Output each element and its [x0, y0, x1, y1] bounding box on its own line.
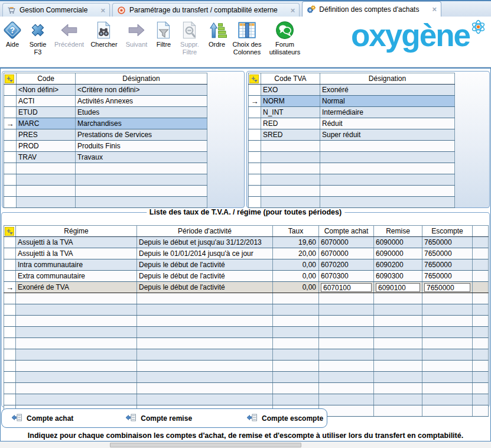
- row-gutter[interactable]: [4, 152, 17, 163]
- tab-parametrage-du-transfert-comptabilite-externe[interactable]: Paramétrage du transfert / comptabilité …: [112, 3, 300, 17]
- table-row[interactable]: N_INTIntermédiaire: [249, 107, 455, 118]
- column-header-compte-achat[interactable]: Compte achat: [319, 226, 374, 237]
- close-icon[interactable]: ×: [100, 6, 105, 15]
- grid-cell[interactable]: 6090100: [374, 282, 422, 293]
- row-gutter[interactable]: [4, 248, 16, 259]
- table-row[interactable]: <Non défini><Critère non défini>: [4, 85, 207, 96]
- table-row[interactable]: SREDSuper réduit: [249, 129, 455, 141]
- table-row[interactable]: REDRéduit: [249, 118, 455, 129]
- table-row[interactable]: ETUDEtudes: [4, 107, 207, 118]
- row-gutter[interactable]: [4, 259, 16, 271]
- table-row[interactable]: EXOExonéré: [249, 85, 455, 96]
- grid-cell[interactable]: ETUD: [17, 107, 76, 118]
- column-header-escompte[interactable]: Escompte: [422, 226, 473, 237]
- chercher-button[interactable]: Chercher: [87, 18, 121, 48]
- add-row-icon[interactable]: +: [249, 74, 259, 83]
- grid-cell[interactable]: Etudes: [76, 107, 207, 118]
- row-gutter[interactable]: →: [249, 96, 261, 107]
- grid-cell[interactable]: ACTI: [17, 96, 76, 107]
- grid-cell[interactable]: PROD: [17, 141, 76, 152]
- table-row[interactable]: TRAVTravaux: [4, 152, 207, 163]
- grid-cell[interactable]: NORM: [261, 96, 320, 107]
- column-header-regime[interactable]: Régime: [16, 226, 137, 237]
- grid-cell[interactable]: 6090000: [374, 237, 422, 248]
- row-gutter[interactable]: [4, 237, 16, 248]
- grid-cell[interactable]: Exonéré de TVA: [16, 282, 137, 293]
- column-header-designation[interactable]: Désignation: [76, 73, 207, 85]
- row-gutter[interactable]: [249, 118, 261, 129]
- grid-cell[interactable]: Réduit: [320, 118, 455, 129]
- grid-cell[interactable]: [473, 237, 489, 248]
- grid-cell[interactable]: 7650000: [422, 259, 473, 271]
- grid-cell[interactable]: [473, 271, 489, 282]
- column-header-taux[interactable]: Taux: [273, 226, 319, 237]
- grid-cell[interactable]: Depuis le début de l'activité: [137, 282, 273, 293]
- column-header-designation[interactable]: Désignation: [320, 73, 455, 85]
- grid-cell[interactable]: [473, 259, 489, 271]
- grid-cell[interactable]: 7650000: [422, 248, 473, 259]
- row-gutter[interactable]: [4, 141, 17, 152]
- row-gutter[interactable]: [4, 85, 17, 96]
- grid-cell[interactable]: 6090200: [374, 259, 422, 271]
- table-row[interactable]: ACTIActivités Annexes: [4, 96, 207, 107]
- grid-cell[interactable]: 6090000: [374, 248, 422, 259]
- grid-cell[interactable]: TRAV: [17, 152, 76, 163]
- grid-cell[interactable]: Assujetti à la TVA: [16, 237, 137, 248]
- choix-des-colonnes-button[interactable]: Choix des Colonnes: [230, 18, 264, 56]
- filtre-button[interactable]: Filtre: [152, 18, 175, 48]
- grid-cell[interactable]: 6070000: [319, 248, 374, 259]
- grid-cell[interactable]: 6070300: [319, 271, 374, 282]
- row-gutter[interactable]: →: [4, 282, 16, 293]
- row-gutter[interactable]: [249, 107, 261, 118]
- grid-cell[interactable]: 0,00: [273, 259, 319, 271]
- row-gutter[interactable]: [4, 129, 17, 141]
- table-row[interactable]: Assujetti à la TVADepuis le début et jus…: [4, 237, 489, 248]
- grid-cell[interactable]: Prestations de Services: [76, 129, 207, 141]
- grid-cell[interactable]: Intra communautaire: [16, 259, 137, 271]
- row-gutter[interactable]: [249, 129, 261, 141]
- grid-cell[interactable]: Assujetti à la TVA: [16, 248, 137, 259]
- grid-cell[interactable]: N_INT: [261, 107, 320, 118]
- grid-cell[interactable]: 6090300: [374, 271, 422, 282]
- row-gutter[interactable]: →: [4, 118, 17, 129]
- grid-cell[interactable]: Extra communautaire: [16, 271, 137, 282]
- grid-cell[interactable]: [473, 282, 489, 293]
- grid-cell[interactable]: Super réduit: [320, 129, 455, 141]
- grid-cell[interactable]: Depuis le début et jusqu'au 31/12/2013: [137, 237, 273, 248]
- grid-cell[interactable]: PRES: [17, 129, 76, 141]
- grid-cell[interactable]: 0,00: [273, 271, 319, 282]
- grid-cell[interactable]: Depuis le début de l'activité: [137, 259, 273, 271]
- table-row[interactable]: Intra communautaireDepuis le début de l'…: [4, 259, 489, 271]
- horizontal-scrollbar[interactable]: [0, 441, 491, 448]
- grid-cell[interactable]: Produits Finis: [76, 141, 207, 152]
- add-row-icon[interactable]: +: [5, 74, 14, 83]
- grid-cell[interactable]: Travaux: [76, 152, 207, 163]
- grid-cell[interactable]: <Critère non défini>: [76, 85, 207, 96]
- grid-cell[interactable]: 6070000: [319, 237, 374, 248]
- grid-cell[interactable]: 0,00: [273, 282, 319, 293]
- grid-cell[interactable]: 6070200: [319, 259, 374, 271]
- account-edit-field[interactable]: 6070100: [321, 283, 372, 292]
- table-row[interactable]: →MARCMarchandises: [4, 118, 207, 129]
- close-icon[interactable]: ×: [291, 6, 295, 15]
- grid-cell[interactable]: Activités Annexes: [76, 96, 207, 107]
- add-row-icon[interactable]: +: [5, 227, 14, 236]
- tab-gestion-commerciale[interactable]: Gestion Commerciale×: [2, 3, 110, 17]
- ordre-button[interactable]: Ordre: [204, 18, 229, 48]
- grid-cell[interactable]: [473, 248, 489, 259]
- account-edit-field[interactable]: 6090100: [376, 283, 420, 292]
- grid-cell[interactable]: 19,60: [273, 237, 319, 248]
- aide-button[interactable]: ?Aide: [1, 18, 24, 48]
- grid-cell[interactable]: 7650000: [422, 282, 473, 293]
- row-gutter[interactable]: [4, 271, 16, 282]
- table-row[interactable]: →Exonéré de TVADepuis le début de l'acti…: [4, 282, 489, 293]
- grid-cell[interactable]: Depuis le début de l'activité: [137, 271, 273, 282]
- grid-cell[interactable]: SRED: [261, 129, 320, 141]
- close-icon[interactable]: ×: [432, 5, 437, 14]
- grid-cell[interactable]: RED: [261, 118, 320, 129]
- table-row[interactable]: →NORMNormal: [249, 96, 455, 107]
- grid-cell[interactable]: <Non défini>: [17, 85, 76, 96]
- grid-cell[interactable]: Depuis le 01/01/2014 jusqu'à ce jour: [137, 248, 273, 259]
- tab-definition-des-comptes-d-achats[interactable]: Définition des comptes d'achats×: [302, 1, 441, 17]
- table-row[interactable]: PRODProduits Finis: [4, 141, 207, 152]
